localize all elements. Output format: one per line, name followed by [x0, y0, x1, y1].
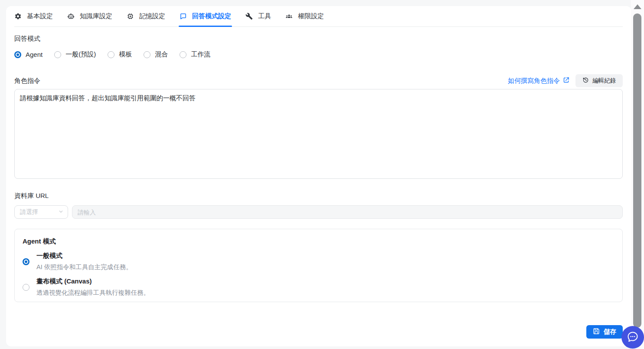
- chip-icon: [127, 13, 134, 20]
- answer-mode-option-template[interactable]: 模板: [108, 50, 132, 59]
- tab-label: 記憶設定: [139, 12, 165, 20]
- vertical-scrollbar[interactable]: [631, 0, 644, 349]
- tab-basic-settings[interactable]: 基本設定: [14, 6, 53, 26]
- radio-label: Agent: [26, 51, 42, 58]
- tab-label: 工具: [258, 12, 271, 20]
- scrollbar-thumb[interactable]: [633, 13, 641, 328]
- role-instructions-label: 角色指令: [14, 77, 40, 85]
- how-to-write-role-instructions-link[interactable]: 如何撰寫角色指令: [508, 77, 569, 85]
- radio-icon[interactable]: [108, 51, 114, 58]
- agent-mode-option-canvas[interactable]: 畫布模式 (Canvas) 透過視覺化流程編排工具執行複雜任務。: [23, 277, 615, 297]
- radio-icon[interactable]: [180, 51, 186, 58]
- tab-label: 權限設定: [298, 12, 324, 20]
- radio-selected-icon[interactable]: [14, 51, 21, 58]
- agent-mode-box: Agent 模式 一般模式 AI 依照指令和工具自主完成任務。 畫布模式 (Ca…: [14, 229, 623, 302]
- radio-label: 工作流: [191, 50, 210, 59]
- option-texts: 畫布模式 (Canvas) 透過視覺化流程編排工具執行複雜任務。: [36, 277, 150, 297]
- scrollbar-up-arrow-icon[interactable]: [634, 4, 641, 9]
- option-description: 透過視覺化流程編排工具執行複雜任務。: [36, 289, 150, 297]
- agent-mode-option-general[interactable]: 一般模式 AI 依照指令和工具自主完成任務。: [23, 252, 615, 271]
- save-icon: [593, 328, 600, 336]
- answer-mode-options: Agent 一般(預設) 模板 混合 工作流: [14, 50, 623, 59]
- history-icon: [582, 77, 589, 85]
- tab-label: 知識庫設定: [80, 12, 112, 20]
- radio-icon[interactable]: [23, 284, 29, 291]
- option-label: 一般模式: [36, 252, 132, 260]
- tab-memory-settings[interactable]: 記憶設定: [127, 6, 165, 26]
- role-instructions-header: 角色指令 如何撰寫角色指令 編輯紀錄: [14, 74, 623, 87]
- chat-widget-button[interactable]: [621, 326, 644, 349]
- save-button[interactable]: 儲存: [586, 325, 623, 339]
- radio-label: 混合: [155, 50, 168, 59]
- radio-icon[interactable]: [144, 51, 150, 58]
- role-instructions-textarea[interactable]: 請根據知識庫資料回答，超出知識庫能引用範圍的一概不回答: [14, 89, 623, 179]
- settings-card: 基本設定 知識庫設定 記憶設定 回答模式設定 工具: [6, 6, 631, 346]
- gear-icon: [14, 13, 22, 20]
- answer-mode-option-hybrid[interactable]: 混合: [144, 50, 168, 59]
- answer-mode-option-workflow[interactable]: 工作流: [180, 50, 210, 59]
- tab-label: 回答模式設定: [192, 12, 231, 20]
- chat-bubble-icon: [180, 13, 187, 20]
- help-link-label: 如何撰寫角色指令: [508, 77, 560, 85]
- settings-tabbar: 基本設定 知識庫設定 記憶設定 回答模式設定 工具: [14, 6, 623, 27]
- chevron-down-icon: [58, 209, 64, 216]
- answer-mode-option-general[interactable]: 一般(預設): [54, 50, 96, 59]
- external-link-icon: [563, 77, 569, 85]
- option-label: 畫布模式 (Canvas): [36, 277, 150, 286]
- tab-answer-mode-settings[interactable]: 回答模式設定: [180, 6, 231, 26]
- tab-label: 基本設定: [27, 12, 53, 20]
- option-texts: 一般模式 AI 依照指令和工具自主完成任務。: [36, 252, 132, 271]
- answer-mode-option-agent[interactable]: Agent: [14, 51, 42, 58]
- tab-tools[interactable]: 工具: [245, 6, 271, 26]
- chat-dots-icon: [627, 331, 639, 344]
- tab-permission-settings[interactable]: 權限設定: [285, 6, 324, 26]
- edit-history-label: 編輯紀錄: [592, 77, 616, 85]
- radio-selected-icon[interactable]: [23, 258, 29, 265]
- option-description: AI 依照指令和工具自主完成任務。: [36, 263, 132, 271]
- agent-mode-title: Agent 模式: [23, 237, 615, 246]
- database-url-row: 請選擇: [14, 205, 623, 219]
- edit-history-button[interactable]: 編輯紀錄: [575, 74, 623, 87]
- users-icon: [285, 13, 293, 20]
- radio-label: 模板: [119, 50, 132, 59]
- answer-mode-label: 回答模式: [14, 35, 623, 43]
- radio-label: 一般(預設): [65, 50, 96, 59]
- robot-icon: [67, 13, 75, 20]
- tab-knowledge-base-settings[interactable]: 知識庫設定: [67, 6, 112, 26]
- save-label: 儲存: [604, 328, 616, 336]
- database-url-input[interactable]: [72, 205, 623, 219]
- radio-icon[interactable]: [54, 51, 61, 58]
- database-url-select[interactable]: 請選擇: [14, 205, 68, 219]
- answer-mode-section: 回答模式 Agent 一般(預設) 模板 混合 工作流: [14, 35, 623, 59]
- wrench-icon: [245, 13, 253, 20]
- select-placeholder: 請選擇: [20, 208, 38, 216]
- database-url-label: 資料庫 URL: [14, 192, 623, 200]
